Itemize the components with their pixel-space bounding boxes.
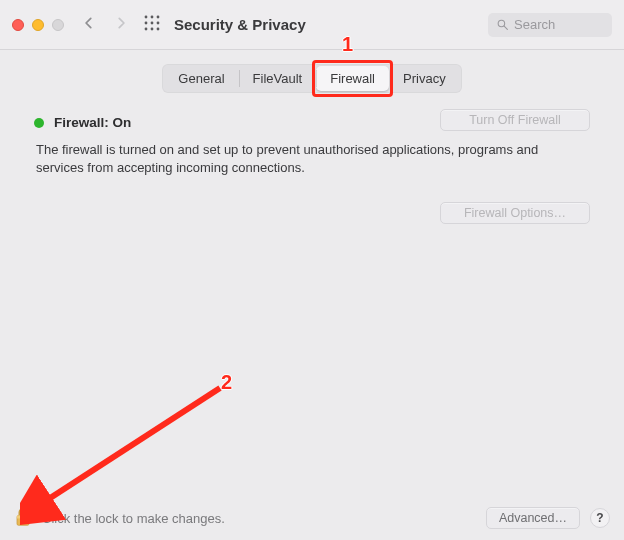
svg-line-13 xyxy=(44,388,220,502)
firewall-status-label: Firewall: On xyxy=(54,115,131,130)
window-toolbar: Security & Privacy Search xyxy=(0,0,624,50)
search-icon xyxy=(496,18,509,31)
firewall-options-button[interactable]: Firewall Options… xyxy=(440,202,590,224)
svg-point-2 xyxy=(157,16,160,19)
svg-point-4 xyxy=(151,22,154,25)
svg-rect-12 xyxy=(17,515,29,518)
minimize-window-button[interactable] xyxy=(32,19,44,31)
svg-point-1 xyxy=(151,16,154,19)
firewall-status-indicator xyxy=(34,118,44,128)
show-all-prefs-button[interactable] xyxy=(144,15,160,34)
tab-firewall[interactable]: Firewall xyxy=(316,66,389,91)
svg-point-3 xyxy=(145,22,148,25)
lock-icon[interactable] xyxy=(14,507,32,530)
search-field[interactable]: Search xyxy=(488,13,612,37)
close-window-button[interactable] xyxy=(12,19,24,31)
tab-privacy[interactable]: Privacy xyxy=(389,66,460,91)
svg-point-5 xyxy=(157,22,160,25)
svg-point-9 xyxy=(498,20,505,27)
window-title: Security & Privacy xyxy=(174,16,306,33)
svg-line-10 xyxy=(504,26,507,29)
turn-off-firewall-button[interactable]: Turn Off Firewall xyxy=(440,109,590,131)
annotation-callout-2: 2 xyxy=(221,371,232,394)
help-button[interactable]: ? xyxy=(590,508,610,528)
lock-hint-text: Click the lock to make changes. xyxy=(42,511,225,526)
zoom-window-button[interactable] xyxy=(52,19,64,31)
back-button[interactable] xyxy=(82,16,96,33)
traffic-lights xyxy=(12,19,64,31)
advanced-button[interactable]: Advanced… xyxy=(486,507,580,529)
tab-filevault[interactable]: FileVault xyxy=(239,66,317,91)
svg-point-0 xyxy=(145,16,148,19)
search-placeholder: Search xyxy=(514,17,555,32)
firewall-description: The firewall is turned on and set up to … xyxy=(36,141,588,176)
tab-bar: General FileVault Firewall Privacy xyxy=(162,64,461,93)
svg-point-8 xyxy=(157,28,160,31)
tab-general[interactable]: General xyxy=(164,66,238,91)
svg-point-6 xyxy=(145,28,148,31)
forward-button[interactable] xyxy=(114,16,128,33)
svg-point-7 xyxy=(151,28,154,31)
